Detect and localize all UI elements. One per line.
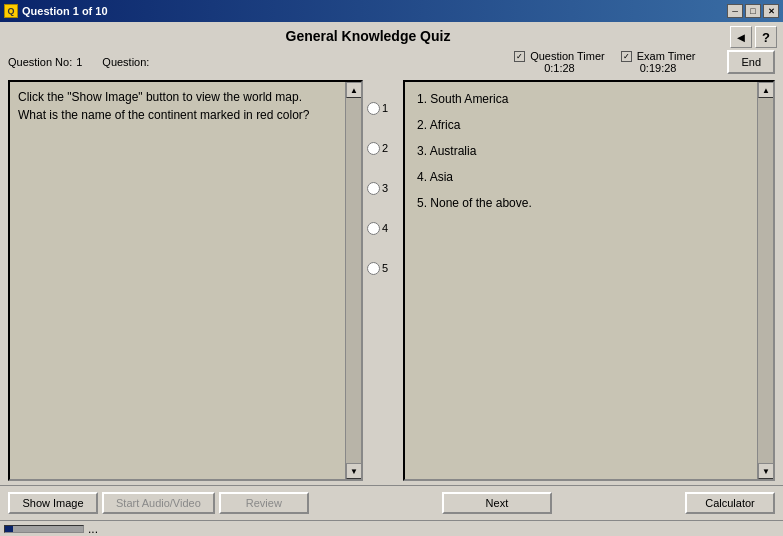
question-panel: Click the "Show Image" button to view th…: [8, 80, 363, 481]
answer-item-5[interactable]: 5. None of the above.: [413, 190, 749, 216]
question-timer-checkbox[interactable]: [514, 51, 525, 62]
review-button[interactable]: Review: [219, 492, 309, 514]
back-icon-button[interactable]: ◄: [730, 26, 752, 48]
radio-1[interactable]: [367, 102, 380, 115]
title-bar-buttons: [727, 4, 779, 18]
question-scrollbar: ▲ ▼: [345, 82, 361, 479]
title-bar-left: Q Question 1 of 10: [4, 4, 108, 18]
answer-text-4: 4. Asia: [417, 170, 453, 184]
question-no-value: 1: [76, 56, 82, 68]
progress-fill: [5, 526, 13, 532]
radio-item-1: 1: [367, 88, 403, 128]
exam-timer-value: 0:19:28: [640, 62, 677, 74]
radio-item-4: 4: [367, 208, 403, 248]
next-button[interactable]: Next: [442, 492, 552, 514]
quiz-title: General Knowledge Quiz: [286, 26, 451, 46]
question-line1: Click the "Show Image" button to view th…: [18, 90, 302, 104]
radio-label-2: 2: [382, 142, 388, 154]
answers-panel: 1. South America 2. Africa 3. Australia …: [403, 80, 775, 481]
calculator-button[interactable]: Calculator: [685, 492, 775, 514]
answer-item-2[interactable]: 2. Africa: [413, 112, 749, 138]
status-text: ...: [88, 522, 98, 536]
answer-item-3[interactable]: 3. Australia: [413, 138, 749, 164]
scroll-down-arrow[interactable]: ▼: [346, 463, 361, 479]
scroll-up-arrow[interactable]: ▲: [346, 82, 361, 98]
status-progress-bar: [4, 525, 84, 533]
answers-content: 1. South America 2. Africa 3. Australia …: [405, 82, 757, 479]
close-button[interactable]: [763, 4, 779, 18]
back-icon: ◄: [735, 30, 748, 45]
answers-scroll-down[interactable]: ▼: [758, 463, 774, 479]
start-audio-video-button[interactable]: Start Audio/Video: [102, 492, 215, 514]
app-icon: Q: [4, 4, 18, 18]
answers-scroll-track: [758, 98, 773, 463]
question-timer-value: 0:1:28: [544, 62, 575, 74]
exam-timer-checkbox[interactable]: [621, 51, 632, 62]
timer-section: Question Timer 0:1:28 Exam Timer 0:19:28…: [514, 50, 775, 74]
maximize-button[interactable]: [745, 4, 761, 18]
radio-5[interactable]: [367, 262, 380, 275]
answer-text-1: 1. South America: [417, 92, 508, 106]
answer-text-5: 5. None of the above.: [417, 196, 532, 210]
answer-text-3: 3. Australia: [417, 144, 476, 158]
title-text: Question 1 of 10: [22, 5, 108, 17]
answers-scroll-up[interactable]: ▲: [758, 82, 774, 98]
radio-label-3: 3: [382, 182, 388, 194]
main-area: Click the "Show Image" button to view th…: [0, 76, 783, 485]
help-icon-button[interactable]: ?: [755, 26, 777, 48]
question-label: Question:: [102, 56, 149, 68]
show-image-button[interactable]: Show Image: [8, 492, 98, 514]
radio-item-3: 3: [367, 168, 403, 208]
question-no-label: Question No:: [8, 56, 72, 68]
status-bar: ...: [0, 520, 783, 536]
exam-timer: Exam Timer 0:19:28: [621, 50, 696, 74]
bottom-bar: Show Image Start Audio/Video Review Next…: [0, 485, 783, 520]
radio-panel: 1 2 3 4 5: [363, 80, 403, 481]
end-button[interactable]: End: [727, 50, 775, 74]
answers-panel-inner: 1. South America 2. Africa 3. Australia …: [405, 82, 773, 479]
scroll-track: [346, 98, 361, 463]
answer-item-1[interactable]: 1. South America: [413, 86, 749, 112]
title-bar: Q Question 1 of 10: [0, 0, 783, 22]
exam-timer-label: Exam Timer: [637, 50, 696, 62]
help-icon: ?: [762, 30, 770, 45]
radio-item-2: 2: [367, 128, 403, 168]
answer-text-2: 2. Africa: [417, 118, 460, 132]
window-content: General Knowledge Quiz ◄ ? Question No: …: [0, 22, 783, 536]
radio-label-1: 1: [382, 102, 388, 114]
question-timer-label: Question Timer: [530, 50, 605, 62]
question-line2: What is the name of the continent marked…: [18, 108, 310, 122]
radio-3[interactable]: [367, 182, 380, 195]
question-text: Click the "Show Image" button to view th…: [10, 82, 345, 479]
radio-label-4: 4: [382, 222, 388, 234]
radio-2[interactable]: [367, 142, 380, 155]
answer-item-4[interactable]: 4. Asia: [413, 164, 749, 190]
minimize-button[interactable]: [727, 4, 743, 18]
radio-4[interactable]: [367, 222, 380, 235]
answers-scrollbar: ▲ ▼: [757, 82, 773, 479]
radio-item-5: 5: [367, 248, 403, 288]
radio-label-5: 5: [382, 262, 388, 274]
question-panel-inner: Click the "Show Image" button to view th…: [10, 82, 361, 479]
info-row: Question No: 1 Question: Question Timer …: [0, 48, 783, 76]
question-timer: Question Timer 0:1:28: [514, 50, 605, 74]
